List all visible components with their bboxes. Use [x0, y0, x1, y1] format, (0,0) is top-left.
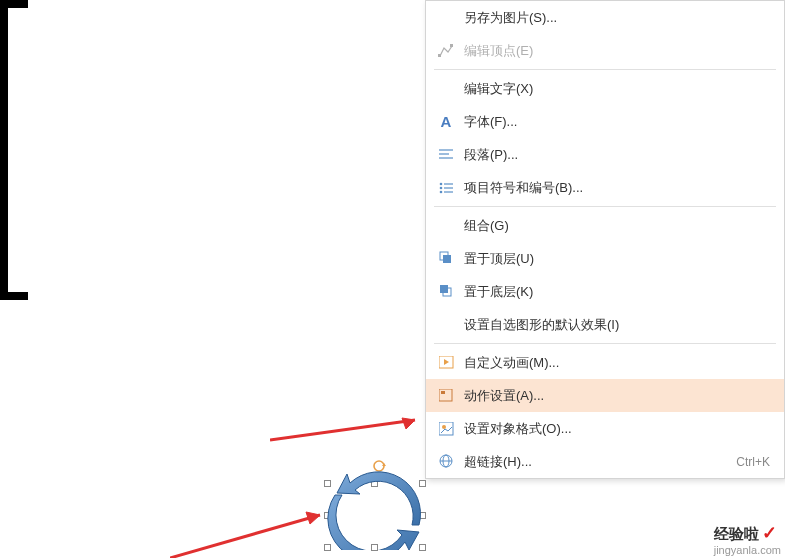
watermark: 经验啦 ✓ jingyanla.com	[714, 522, 781, 556]
menu-action-settings[interactable]: 动作设置(A)...	[426, 379, 784, 412]
bullets-icon	[434, 178, 458, 198]
menu-label: 设置自选图形的默认效果(I)	[464, 316, 770, 334]
selected-curved-arrow-shape[interactable]	[327, 460, 427, 550]
menu-label: 超链接(H)...	[464, 453, 736, 471]
menu-shortcut: Ctrl+K	[736, 455, 770, 469]
animation-icon	[434, 353, 458, 373]
watermark-site: jingyanla.com	[714, 544, 781, 556]
svg-rect-18	[441, 391, 445, 394]
menu-edit-text[interactable]: 编辑文字(X)	[426, 72, 784, 105]
bring-front-icon	[434, 249, 458, 269]
svg-point-9	[440, 190, 443, 193]
menu-label: 置于底层(K)	[464, 283, 770, 301]
svg-point-5	[440, 182, 443, 185]
menu-label: 字体(F)...	[464, 113, 770, 131]
menu-bullets[interactable]: 项目符号和编号(B)...	[426, 171, 784, 204]
menu-font[interactable]: A 字体(F)...	[426, 105, 784, 138]
watermark-check-icon: ✓	[762, 523, 777, 543]
menu-paragraph[interactable]: 段落(P)...	[426, 138, 784, 171]
svg-line-26	[170, 515, 320, 558]
menu-format-object[interactable]: 设置对象格式(O)...	[426, 412, 784, 445]
left-bracket-shape	[0, 0, 30, 300]
menu-label: 动作设置(A)...	[464, 387, 770, 405]
blank-icon	[434, 79, 458, 99]
svg-marker-25	[402, 418, 415, 429]
svg-line-24	[270, 420, 415, 440]
menu-bring-front[interactable]: 置于顶层(U)	[426, 242, 784, 275]
menu-separator	[434, 343, 776, 344]
menu-group[interactable]: 组合(G)	[426, 209, 784, 242]
menu-label: 段落(P)...	[464, 146, 770, 164]
svg-marker-16	[444, 359, 449, 365]
context-menu: 另存为图片(S)... 编辑顶点(E) 编辑文字(X) A 字体(F)... 段…	[425, 0, 785, 479]
svg-rect-17	[439, 389, 452, 401]
svg-point-20	[442, 425, 446, 429]
menu-label: 设置对象格式(O)...	[464, 420, 770, 438]
blank-icon	[434, 8, 458, 28]
menu-separator	[434, 69, 776, 70]
font-a-icon: A	[434, 112, 458, 132]
menu-label: 项目符号和编号(B)...	[464, 179, 770, 197]
blank-icon	[434, 216, 458, 236]
svg-rect-1	[450, 44, 453, 47]
svg-rect-0	[438, 54, 441, 57]
red-arrow-annotation	[270, 415, 430, 445]
hyperlink-icon	[434, 452, 458, 472]
menu-send-back[interactable]: 置于底层(K)	[426, 275, 784, 308]
menu-default-effect[interactable]: 设置自选图形的默认效果(I)	[426, 308, 784, 341]
blank-icon	[434, 315, 458, 335]
menu-label: 另存为图片(S)...	[464, 9, 770, 27]
menu-label: 编辑文字(X)	[464, 80, 770, 98]
send-back-icon	[434, 282, 458, 302]
watermark-brand: 经验啦	[714, 525, 759, 542]
menu-label: 自定义动画(M)...	[464, 354, 770, 372]
svg-point-7	[440, 186, 443, 189]
menu-label: 编辑顶点(E)	[464, 42, 770, 60]
menu-label: 置于顶层(U)	[464, 250, 770, 268]
menu-save-as-image[interactable]: 另存为图片(S)...	[426, 1, 784, 34]
menu-edit-points: 编辑顶点(E)	[426, 34, 784, 67]
menu-hyperlink[interactable]: 超链接(H)... Ctrl+K	[426, 445, 784, 478]
edit-points-icon	[434, 41, 458, 61]
menu-label: 组合(G)	[464, 217, 770, 235]
paragraph-icon	[434, 145, 458, 165]
menu-separator	[434, 206, 776, 207]
red-arrow-annotation	[170, 510, 330, 558]
format-obj-icon	[434, 419, 458, 439]
menu-custom-animation[interactable]: 自定义动画(M)...	[426, 346, 784, 379]
svg-marker-27	[306, 512, 320, 524]
svg-rect-13	[440, 285, 448, 293]
action-icon	[434, 386, 458, 406]
svg-rect-11	[443, 255, 451, 263]
